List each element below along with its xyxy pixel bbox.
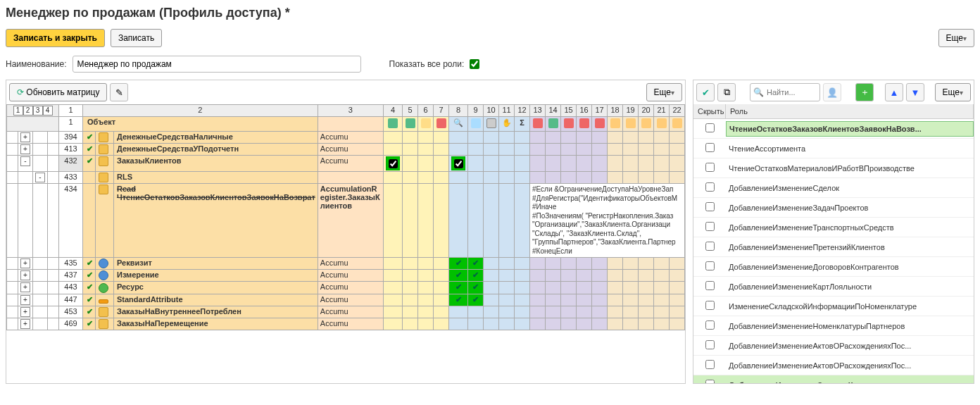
show-all-roles-checkbox[interactable] [470,59,479,69]
search-icon[interactable]: 🔍 [453,118,463,127]
i20[interactable] [641,118,651,128]
tree-toggle[interactable]: + [20,319,30,329]
role-hide-checkbox[interactable] [705,123,715,132]
i19[interactable] [626,118,636,128]
i14[interactable] [548,118,558,128]
i18[interactable] [610,118,620,128]
perm-checkbox[interactable] [389,159,398,168]
role-hide-checkbox[interactable] [705,143,715,152]
tree-toggle[interactable]: + [20,132,30,142]
role-hide-checkbox[interactable] [705,340,715,349]
i17[interactable] [595,118,605,128]
delete-icon[interactable] [436,118,446,128]
add-icon[interactable] [388,118,398,128]
role-row[interactable]: ДобавлениеИзменениеПретензийКлиентов [693,237,974,257]
i13[interactable] [533,118,543,128]
i22[interactable] [672,118,682,128]
update-matrix-button[interactable]: ⟳ Обновить матрицу [9,83,107,101]
edit-row-icon[interactable] [421,118,431,128]
table-row[interactable]: -432✔ЗаказыКлиентовAccumu [7,156,685,172]
more-button-right[interactable]: Еще [935,83,971,101]
tree-toggle[interactable]: + [20,307,30,317]
object-icon [99,283,108,293]
text-icon[interactable] [486,118,496,128]
tree-toggle[interactable]: - [35,173,45,182]
tree-toggle[interactable]: + [20,258,30,268]
table-row[interactable]: +443✔РесурсAccumu✔✔ [7,282,685,294]
i15[interactable] [564,118,574,128]
role-hide-checkbox[interactable] [705,360,715,369]
roles-panel: ✔ ⧉ 🔍 👤 ＋ ▲ ▼ Еще Скрыть Роль Чт [693,80,974,384]
user-icon[interactable]: 👤 [823,83,841,101]
search-box[interactable]: 🔍 [750,83,820,101]
role-name: ДобавлениеИзменениеТранспортныхСредств [726,220,974,235]
role-header[interactable]: Роль [726,104,974,118]
table-row[interactable]: +469✔ЗаказыНаПеремещениеAccumu [7,318,685,330]
hand-icon[interactable]: ✋ [502,118,512,127]
down-icon[interactable]: ▼ [906,83,924,101]
role-row[interactable]: ДобавлениеИзменениеКартЛояльности [693,277,974,297]
table-row[interactable]: -433RLS [7,172,685,184]
role-row[interactable]: ДобавлениеИзменениеАктовОРасхожденияхПос… [693,336,974,356]
add-role-icon[interactable]: ＋ [855,83,874,101]
role-hide-checkbox[interactable] [705,182,715,192]
table-row[interactable]: +394✔ДенежныеСредстваНаличныеAccumu [7,132,685,144]
tree-toggle[interactable]: + [20,144,30,154]
role-hide-checkbox[interactable] [705,281,715,290]
table-row[interactable]: 434ReadЧтениеОстатковЗаказовКлиентовЗаяв… [7,184,685,258]
role-row[interactable]: ДобавлениеИзменениеДоговоровКонтрагентов [693,257,974,277]
tree-toggle[interactable]: + [20,270,30,280]
role-row[interactable]: ДобавлениеИзменениеТранспортныхСредств [693,218,974,237]
name-input[interactable] [73,56,361,73]
sum-icon[interactable]: Σ [520,118,524,127]
tree-toggle[interactable]: - [20,156,30,166]
role-hide-checkbox[interactable] [705,301,715,310]
check-icon[interactable]: ✔ [696,83,715,101]
save-close-button[interactable]: Записать и закрыть [6,29,105,47]
role-hide-checkbox[interactable] [705,222,715,231]
edit-icon[interactable]: ✎ [110,83,128,101]
object-icon [99,173,108,182]
table-row[interactable]: +437✔ИзмерениеAccumu✔✔ [7,270,685,282]
role-row[interactable]: ДобавлениеИзменениеЗадачПроектов [693,198,974,218]
role-name: ДобавлениеИзменениеАктовОРасхожденияхПос… [726,359,974,373]
more-button-left[interactable]: Еще [646,83,682,101]
level-1[interactable]: 1 [13,106,23,116]
up-icon[interactable]: ▲ [885,83,903,101]
table-row[interactable]: +435✔РеквизитAccumu✔✔ [7,258,685,270]
level-2[interactable]: 2 [23,106,33,116]
table-row[interactable]: +413✔ДенежныеСредстваУПодотчетнAccumu [7,144,685,156]
role-row[interactable]: ДобавлениеИзменениеЗаказовКлиентов [693,375,974,383]
role-row[interactable]: ДобавлениеИзменениеАктовОРасхожденияхПос… [693,356,974,375]
i16[interactable] [579,118,589,128]
role-row[interactable]: ДобавлениеИзменениеСделок [693,178,974,198]
tree-toggle[interactable]: + [20,282,30,292]
more-button-top[interactable]: Еще [938,29,974,47]
table-row[interactable]: +453✔ЗаказыНаВнутреннееПотребленAccumu [7,306,685,318]
role-row[interactable]: ЧтениеОстатковЗаказовКлиентовЗаявокНаВоз… [693,119,974,139]
role-row[interactable]: ИзменениеСкладскойИнформацииПоНоменклату… [693,297,974,316]
tree-toggle[interactable]: + [20,295,30,305]
reset-icon[interactable] [471,118,481,128]
perm-checkbox[interactable] [454,159,463,168]
role-name: ДобавлениеИзменениеСделок [726,181,974,195]
i21[interactable] [657,118,667,128]
role-hide-checkbox[interactable] [705,242,715,251]
save-button[interactable]: Записать [111,29,162,47]
hide-header[interactable]: Скрыть [693,104,726,118]
table-row[interactable]: +447✔StandardAttributeAccumu✔✔ [7,294,685,306]
copy-icon[interactable]: ⧉ [717,83,736,101]
role-row[interactable]: ЧтениеОстатковМатериаловИРаботВПроизводс… [693,158,974,178]
page-title: Менеджер по продажам (Профиль доступа) * [6,6,974,20]
role-hide-checkbox[interactable] [705,202,715,211]
role-hide-checkbox[interactable] [705,320,715,330]
role-hide-checkbox[interactable] [705,380,715,383]
level-4[interactable]: 4 [43,106,53,116]
add-copy-icon[interactable] [406,118,415,128]
level-3[interactable]: 3 [33,106,43,116]
role-row[interactable]: ЧтениеАссортимента [693,139,974,158]
role-row[interactable]: ДобавлениеИзменениеНоменклатурыПартнеров [693,316,974,336]
role-hide-checkbox[interactable] [705,261,715,270]
role-hide-checkbox[interactable] [705,163,715,172]
search-input[interactable] [767,88,809,96]
